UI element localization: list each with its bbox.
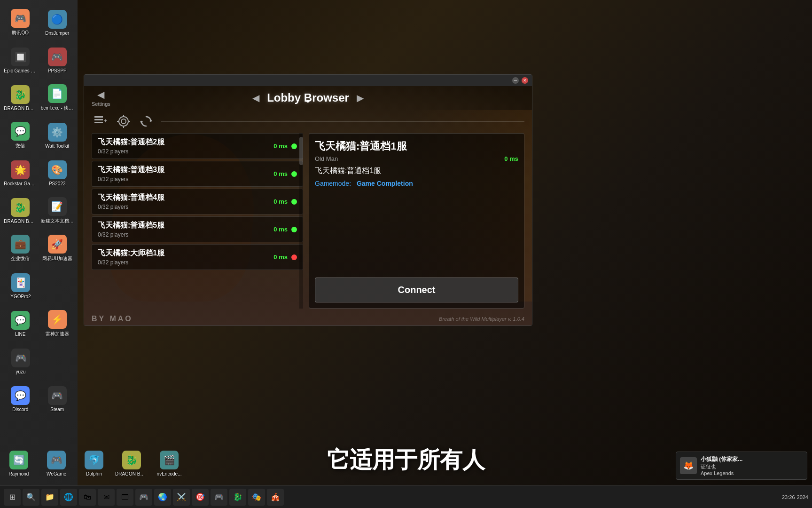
ppsspp-label: PPSSPP <box>48 68 67 73</box>
taskbar-icon-7[interactable]: 🎭 <box>248 489 265 506</box>
desktop-icon-dolphin[interactable]: 🐬 Dolphin <box>75 444 113 482</box>
desktop-icon-steam[interactable]: 🎮 Steam <box>39 380 76 418</box>
desktop-icon-wegame[interactable]: 🎮 WeGame <box>38 444 75 482</box>
server-item-3[interactable]: 飞天橘猫:普通档5服 0/32 players 0 ms <box>92 216 303 242</box>
gamemode-label: Gamemode: <box>315 180 351 187</box>
settings-button[interactable]: ◀ Settings <box>92 89 110 107</box>
taskbar-icon-3[interactable]: ⚔️ <box>173 489 190 506</box>
taskbar-icon-taskview[interactable]: 🗖 <box>117 489 133 506</box>
taskbar-icon-6[interactable]: 🐉 <box>229 489 246 506</box>
desktop-icons: 🎮 腾讯QQ 🔵 DnsJumper 🔲 Epic Games Launcher… <box>0 0 78 485</box>
connect-button[interactable]: Connect <box>315 278 518 302</box>
wegame-icon: 🎮 <box>47 451 66 469</box>
notification-popup: 🦊 小狐鼬 (你家家... 证征也 Apex Legends <box>676 452 807 480</box>
nav-right-button[interactable]: ▶ <box>353 90 367 105</box>
server-name-4: 飞天橘猫:大师档1服 <box>98 248 273 258</box>
taskbar-icon-4[interactable]: 🎯 <box>192 489 209 506</box>
desktop-icon-dnsjumper[interactable]: 🔵 DnsJumper <box>39 4 76 41</box>
desktop-icon-ps2023[interactable]: 🎨 PS2023 <box>39 154 76 192</box>
server-item-4[interactable]: 飞天橘猫:大师档1服 0/32 players 0 ms <box>92 244 303 270</box>
taskbar-icon-2[interactable]: 🌏 <box>154 489 171 506</box>
subtitle-text: 它适用于所有人 <box>327 445 485 475</box>
server-item-2[interactable]: 飞天橘猫:普通档4服 0/32 players 0 ms <box>92 189 303 214</box>
wechat-icon: 💬 <box>11 122 30 141</box>
desktop-icon-dragon2[interactable]: 🐉 DRAGON BALL Xeno... <box>2 192 39 230</box>
server-item-0[interactable]: 飞天橘猫:普通档2服 0/32 players 0 ms <box>92 133 303 159</box>
server-players-2: 0/32 players <box>98 204 273 210</box>
taskbar-icon-explorer[interactable]: 📁 <box>41 489 58 506</box>
taskbar-icon-edge[interactable]: 🌐 <box>60 489 77 506</box>
watt-label: Watt Toolkit <box>45 143 69 149</box>
desktop-icon-uu[interactable]: 🚀 网易UU加速器 <box>39 230 76 267</box>
bottom-icon-row-1: 🔄 Raymond 🎮 WeGame 🐬 Dolphin 🐉 DRAGON BA… <box>0 444 188 482</box>
server-ping-4: 0 ms <box>273 254 288 261</box>
desktop-icon-bcml[interactable]: 📄 bcml.exe - 快捷方式 <box>39 79 76 117</box>
detail-server-name: 飞天橘猫:普通档1服 <box>315 166 518 176</box>
taskbar: ⊞ 🔍 📁 🌐 🛍 ✉ 🗖 🎮 🌏 ⚔️ 🎯 🎮 🐉 🎭 🎪 23:26 202… <box>0 485 812 508</box>
taskbar-icon-mail[interactable]: ✉ <box>98 489 115 506</box>
start-button[interactable]: ⊞ <box>4 489 21 506</box>
desktop-icon-wechat[interactable]: 💬 微信 <box>2 117 39 154</box>
desktop-icon-qq[interactable]: 🎮 腾讯QQ <box>2 4 39 41</box>
add-server-button[interactable]: + <box>92 112 110 131</box>
server-info-1: 飞天橘猫:普通档3服 0/32 players <box>98 165 273 183</box>
dragon-bottom-icon: 🐉 <box>122 451 141 469</box>
bcml-icon: 📄 <box>48 84 67 103</box>
filter-button[interactable] <box>114 112 133 131</box>
desktop-icon-qywechat[interactable]: 💼 企业微信 <box>2 230 39 267</box>
taskbar-icon-1[interactable]: 🎮 <box>135 489 152 506</box>
refresh-button[interactable] <box>137 112 156 131</box>
icon-row-10: 🎮 yuzu <box>2 342 76 380</box>
qq-icon: 🎮 <box>11 9 30 28</box>
scrollbar-thumb <box>299 137 303 165</box>
server-indicator-4 <box>291 254 297 260</box>
footer-version: Breath of the Wild Multiplayer v. 1.0.4 <box>439 316 524 322</box>
minimize-button[interactable]: ─ <box>512 77 519 84</box>
ygopro-icon: 🃏 <box>11 273 30 292</box>
server-name-3: 飞天橘猫:普通档5服 <box>98 221 273 230</box>
server-item-1[interactable]: 飞天橘猫:普通档3服 0/32 players 0 ms <box>92 161 303 187</box>
icon-row-6: 🐉 DRAGON BALL Xeno... 📝 新建文本文档.txt <box>2 192 76 230</box>
wegame-label: WeGame <box>47 471 66 476</box>
desktop-icon-nvencode1[interactable]: 🎬 nvEncode... <box>150 444 188 482</box>
server-name-1: 飞天橘猫:普通档3服 <box>98 165 273 175</box>
desktop-icon-epic[interactable]: 🔲 Epic Games Launcher <box>2 41 39 79</box>
txt-label: 新建文本文档.txt <box>41 218 74 224</box>
wechat-label: 微信 <box>16 143 25 149</box>
lobby-main: 飞天橘猫:普通档2服 0/32 players 0 ms 飞天橘猫:普通档3服 … <box>84 133 532 312</box>
desktop-icon-ygopro[interactable]: 🃏 YGOPro2 <box>2 267 39 305</box>
dragon1-icon: 🐉 <box>11 85 30 104</box>
desktop-icon-thunder[interactable]: ⚡ 雷神加速器 <box>39 305 76 342</box>
server-list-scrollbar[interactable] <box>299 133 303 309</box>
desktop-icon-dragon1[interactable]: 🐉 DRAGON BALL Xeno... <box>2 79 39 117</box>
server-ping-1: 0 ms <box>273 170 288 177</box>
settings-icon: ◀ <box>97 89 104 100</box>
detail-gamemode: Gamemode: Game Completion <box>315 180 518 187</box>
desktop-icon-raymond[interactable]: 🔄 Raymond <box>0 444 38 482</box>
desktop-icon-ppsspp[interactable]: 🎮 PPSSPP <box>39 41 76 79</box>
taskbar-icon-store[interactable]: 🛍 <box>79 489 96 506</box>
taskbar-icon-5[interactable]: 🎮 <box>211 489 227 506</box>
desktop-icon-dragon-bottom[interactable]: 🐉 DRAGON BALL Xeno... <box>113 444 150 482</box>
desktop-icon-watt[interactable]: ⚙️ Watt Toolkit <box>39 117 76 154</box>
dolphin-icon: 🐬 <box>85 451 103 469</box>
desktop-icon-line[interactable]: 💬 LINE <box>2 305 39 342</box>
taskbar-icon-8[interactable]: 🎪 <box>267 489 284 506</box>
raymond-label: Raymond <box>9 471 29 476</box>
desktop-icon-txt[interactable]: 📝 新建文本文档.txt <box>39 192 76 230</box>
notification-title: 小狐鼬 (你家家... <box>701 455 742 463</box>
server-players-1: 0/32 players <box>98 176 273 183</box>
desktop-icon-rockstar[interactable]: 🌟 Rockstar Games... <box>2 154 39 192</box>
notification-icon: 🦊 <box>680 457 697 474</box>
icon-row-3: 🐉 DRAGON BALL Xeno... 📄 bcml.exe - 快捷方式 <box>2 79 76 117</box>
qq-label: 腾讯QQ <box>12 30 29 36</box>
nav-left-button[interactable]: ◀ <box>249 90 263 105</box>
detail-host-row: Old Man 0 ms <box>315 155 518 162</box>
taskbar-icon-search[interactable]: 🔍 <box>23 489 39 506</box>
ppsspp-icon: 🎮 <box>48 48 67 66</box>
close-button[interactable]: ✕ <box>522 77 528 84</box>
epic-label: Epic Games Launcher <box>4 68 37 73</box>
desktop-icon-discord[interactable]: 💬 Discord <box>2 380 39 418</box>
desktop-icon-yuzu[interactable]: 🎮 yuzu <box>2 342 39 380</box>
steam-label: Steam <box>50 407 64 412</box>
